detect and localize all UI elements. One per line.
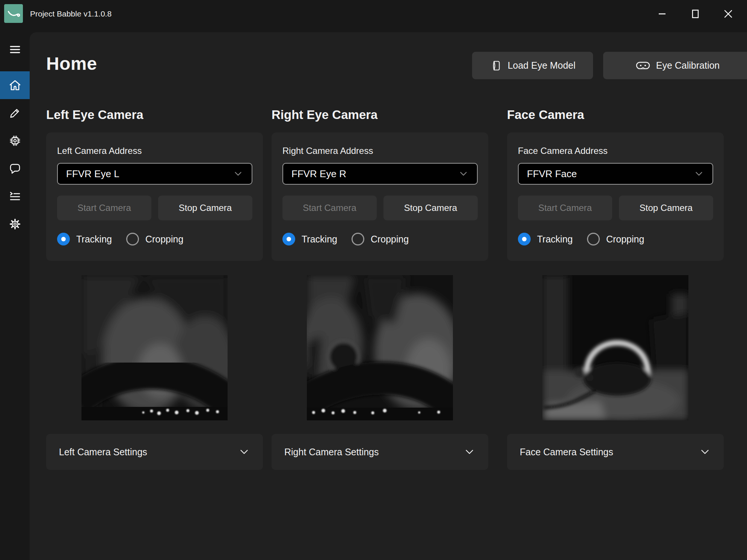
maximize-icon bbox=[690, 9, 700, 19]
chevron-down-icon bbox=[694, 169, 704, 179]
window-title: Project Babble v1.1.0.8 bbox=[30, 0, 112, 27]
address-value: FFVR Face bbox=[527, 168, 577, 180]
eye-calibration-label: Eye Calibration bbox=[656, 60, 720, 71]
stop-camera-button[interactable]: Stop Camera bbox=[619, 196, 713, 220]
radio-unselected-icon bbox=[352, 233, 364, 245]
mode-radio-group: Tracking Cropping bbox=[57, 233, 252, 245]
radio-selected-icon bbox=[57, 233, 70, 245]
vr-goggles-icon bbox=[636, 61, 650, 71]
right-eye-camera-section: Right Eye Camera Right Camera Address FF… bbox=[272, 107, 488, 470]
main-content: Home Load Eye Model Eye Calibration bbox=[30, 32, 747, 560]
chevron-down-icon bbox=[458, 169, 469, 179]
chat-bubble-icon bbox=[9, 163, 21, 174]
radio-unselected-icon bbox=[587, 233, 600, 245]
maximize-button[interactable] bbox=[679, 0, 712, 27]
radio-selected-icon bbox=[518, 233, 531, 245]
sidebar bbox=[0, 27, 30, 560]
load-eye-model-label: Load Eye Model bbox=[508, 60, 576, 71]
radio-selected-icon bbox=[282, 233, 295, 245]
stop-camera-button[interactable]: Stop Camera bbox=[383, 196, 478, 220]
left-camera-settings-expander[interactable]: Left Camera Settings bbox=[46, 434, 263, 470]
gear-icon bbox=[9, 218, 21, 230]
left-eye-camera-card: Left Camera Address FFVR Eye L Start Cam… bbox=[46, 132, 263, 261]
sidebar-item-algorithm[interactable] bbox=[0, 127, 30, 155]
address-label: Left Camera Address bbox=[57, 145, 252, 157]
load-eye-model-button[interactable]: Load Eye Model bbox=[472, 52, 593, 79]
eye-calibration-split-button: Eye Calibration bbox=[603, 52, 747, 79]
home-icon bbox=[9, 79, 21, 91]
address-label: Face Camera Address bbox=[518, 145, 713, 157]
pencil-icon bbox=[9, 107, 21, 119]
sidebar-item-settings[interactable] bbox=[0, 210, 30, 238]
tracking-radio[interactable]: Tracking bbox=[282, 233, 337, 245]
minimize-button[interactable] bbox=[646, 0, 679, 27]
face-camera-settings-expander[interactable]: Face Camera Settings bbox=[507, 434, 724, 470]
babble-tongue-icon bbox=[4, 4, 23, 23]
camera-controls: Start Camera Stop Camera bbox=[57, 196, 252, 220]
cropping-radio[interactable]: Cropping bbox=[352, 233, 409, 245]
camera-controls: Start Camera Stop Camera bbox=[282, 196, 478, 220]
right-eye-camera-card: Right Camera Address FFVR Eye R Start Ca… bbox=[272, 132, 488, 261]
left-camera-address-select[interactable]: FFVR Eye L bbox=[57, 163, 252, 185]
window-controls bbox=[646, 0, 745, 27]
address-value: FFVR Eye R bbox=[291, 168, 346, 180]
titlebar: Project Babble v1.1.0.8 bbox=[0, 0, 747, 27]
face-camera-card: Face Camera Address FFVR Face Start Came… bbox=[507, 132, 724, 261]
radio-unselected-icon bbox=[126, 233, 139, 245]
address-label: Right Camera Address bbox=[282, 145, 478, 157]
chevron-down-icon bbox=[463, 446, 475, 458]
minimize-icon bbox=[657, 9, 667, 19]
right-camera-settings-expander[interactable]: Right Camera Settings bbox=[272, 434, 488, 470]
sidebar-item-logs[interactable] bbox=[0, 182, 30, 210]
mode-radio-group: Tracking Cropping bbox=[518, 233, 713, 245]
menu-icon bbox=[9, 44, 21, 55]
eye-model-icon bbox=[490, 60, 502, 72]
cropping-radio[interactable]: Cropping bbox=[587, 233, 644, 245]
left-eye-camera-preview bbox=[81, 275, 228, 420]
page-title: Home bbox=[46, 53, 97, 74]
right-eye-camera-preview bbox=[307, 275, 453, 420]
eye-calibration-button[interactable]: Eye Calibration bbox=[603, 52, 747, 79]
chevron-down-icon bbox=[233, 169, 243, 179]
cpu-icon bbox=[9, 135, 21, 147]
right-camera-address-select[interactable]: FFVR Eye R bbox=[282, 163, 478, 185]
sidebar-menu-button[interactable] bbox=[0, 36, 30, 63]
tracking-radio[interactable]: Tracking bbox=[57, 233, 112, 245]
face-camera-section: Face Camera Face Camera Address FFVR Fac… bbox=[507, 107, 724, 470]
start-camera-button[interactable]: Start Camera bbox=[282, 196, 377, 220]
cropping-radio[interactable]: Cropping bbox=[126, 233, 183, 245]
sidebar-item-home[interactable] bbox=[0, 71, 30, 99]
close-button[interactable] bbox=[712, 0, 745, 27]
app-window: Project Babble v1.1.0.8 bbox=[0, 0, 747, 560]
section-heading: Left Eye Camera bbox=[46, 107, 263, 122]
mode-radio-group: Tracking Cropping bbox=[282, 233, 478, 245]
start-camera-button[interactable]: Start Camera bbox=[57, 196, 151, 220]
close-icon bbox=[723, 9, 733, 19]
sidebar-item-edit[interactable] bbox=[0, 99, 30, 127]
sidebar-item-chat[interactable] bbox=[0, 155, 30, 182]
section-heading: Right Eye Camera bbox=[272, 107, 488, 122]
left-eye-camera-section: Left Eye Camera Left Camera Address FFVR… bbox=[46, 107, 263, 470]
stop-camera-button[interactable]: Stop Camera bbox=[158, 196, 252, 220]
camera-controls: Start Camera Stop Camera bbox=[518, 196, 713, 220]
face-camera-preview bbox=[542, 275, 688, 420]
tracking-radio[interactable]: Tracking bbox=[518, 233, 573, 245]
chevron-down-icon bbox=[238, 446, 250, 458]
log-list-icon bbox=[9, 191, 21, 202]
chevron-down-icon bbox=[699, 446, 711, 458]
start-camera-button[interactable]: Start Camera bbox=[518, 196, 612, 220]
face-camera-address-select[interactable]: FFVR Face bbox=[518, 163, 713, 185]
section-heading: Face Camera bbox=[507, 107, 724, 122]
address-value: FFVR Eye L bbox=[66, 168, 119, 180]
